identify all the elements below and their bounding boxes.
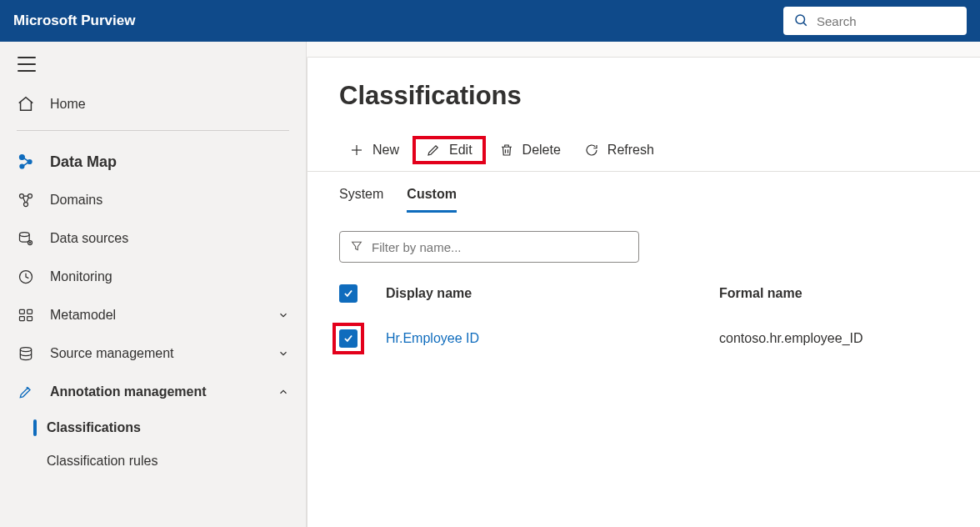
svg-point-0 <box>796 15 805 24</box>
metamodel-icon <box>17 306 35 324</box>
sidebar-item-domains[interactable]: Domains <box>0 181 306 219</box>
chevron-down-icon <box>278 309 289 321</box>
svg-point-9 <box>24 203 28 207</box>
svg-line-5 <box>23 158 28 161</box>
search-input[interactable] <box>817 14 975 28</box>
filter-box[interactable] <box>339 231 639 263</box>
sidebar-item-monitoring[interactable]: Monitoring <box>0 258 306 296</box>
trash-icon <box>499 143 514 158</box>
domains-icon <box>17 191 35 209</box>
col-header-display-name[interactable]: Display name <box>386 286 719 301</box>
sidebar-item-label: Source management <box>50 346 174 361</box>
global-search[interactable] <box>783 7 967 35</box>
sidebar-item-label: Classification rules <box>47 454 158 469</box>
toolbar-label: Delete <box>522 143 561 158</box>
svg-rect-13 <box>20 309 25 314</box>
toolbar-label: New <box>372 143 399 158</box>
delete-button[interactable]: Delete <box>488 138 572 163</box>
select-all-checkbox[interactable] <box>339 284 358 303</box>
sidebar-item-home[interactable]: Home <box>0 85 306 123</box>
plus-icon <box>349 143 364 158</box>
sidebar-item-label: Monitoring <box>50 269 112 284</box>
svg-rect-16 <box>28 317 32 321</box>
sidebar-section-label: Data Map <box>50 153 117 171</box>
table-header: Display name Formal name <box>339 278 980 314</box>
sidebar-item-metamodel[interactable]: Metamodel <box>0 296 306 334</box>
sidebar-item-label: Classifications <box>47 420 141 435</box>
sidebar-item-label: Metamodel <box>50 308 116 323</box>
sidebar: Home Data Map Domains <box>0 42 307 527</box>
col-header-formal-name[interactable]: Formal name <box>719 286 980 301</box>
new-button[interactable]: New <box>338 138 411 163</box>
monitoring-icon <box>17 268 35 286</box>
svg-rect-14 <box>28 309 32 314</box>
svg-line-6 <box>23 163 28 166</box>
page-title: Classifications <box>308 81 980 136</box>
svg-point-17 <box>20 348 31 352</box>
source-management-icon <box>17 344 35 363</box>
nav-divider <box>17 130 289 131</box>
svg-rect-15 <box>20 317 25 321</box>
row-checkbox[interactable] <box>339 329 358 348</box>
svg-line-1 <box>803 23 806 25</box>
filter-icon <box>350 239 363 255</box>
sidebar-item-label: Annotation management <box>50 384 207 399</box>
sidebar-item-data-sources[interactable]: Data sources <box>0 219 306 258</box>
sidebar-item-classifications[interactable]: Classifications <box>37 411 306 444</box>
tab-system[interactable]: System <box>339 183 383 213</box>
filter-input[interactable] <box>372 240 628 254</box>
chevron-up-icon <box>278 386 289 398</box>
row-display-name[interactable]: Hr.Employee ID <box>386 331 719 346</box>
table-row[interactable]: Hr.Employee ID contoso.hr.employee_ID <box>339 314 980 363</box>
hamburger-icon[interactable] <box>18 57 36 72</box>
edit-button[interactable]: Edit <box>412 136 486 164</box>
product-title: Microsoft Purview <box>13 13 135 29</box>
sidebar-item-label: Home <box>50 97 86 112</box>
tab-custom[interactable]: Custom <box>407 183 457 213</box>
sidebar-item-classification-rules[interactable]: Classification rules <box>37 444 306 478</box>
annotation-icon <box>17 383 35 401</box>
sidebar-item-label: Data sources <box>50 231 128 246</box>
data-sources-icon <box>17 229 35 248</box>
sidebar-item-source-management[interactable]: Source management <box>0 334 306 373</box>
sidebar-section-data-map[interactable]: Data Map <box>0 143 306 181</box>
classifications-table: Display name Formal name Hr.Employee ID … <box>308 263 980 363</box>
home-icon <box>17 95 35 113</box>
search-icon <box>793 13 808 30</box>
main-content: Classifications New Edit <box>307 57 980 527</box>
toolbar: New Edit Delete <box>308 136 980 172</box>
sidebar-item-label: Domains <box>50 193 102 208</box>
chevron-down-icon <box>278 348 289 359</box>
tabs: System Custom <box>308 172 980 213</box>
pencil-icon <box>426 143 441 158</box>
svg-point-10 <box>20 233 30 237</box>
data-map-icon <box>17 153 35 171</box>
refresh-button[interactable]: Refresh <box>572 138 666 163</box>
row-formal-name: contoso.hr.employee_ID <box>719 331 980 346</box>
toolbar-label: Refresh <box>608 143 654 158</box>
app-header: Microsoft Purview <box>0 0 980 42</box>
sidebar-item-annotation-management[interactable]: Annotation management <box>0 373 306 411</box>
sidebar-submenu-annotation: Classifications Classification rules <box>0 411 306 478</box>
toolbar-label: Edit <box>449 143 472 158</box>
refresh-icon <box>584 143 599 158</box>
